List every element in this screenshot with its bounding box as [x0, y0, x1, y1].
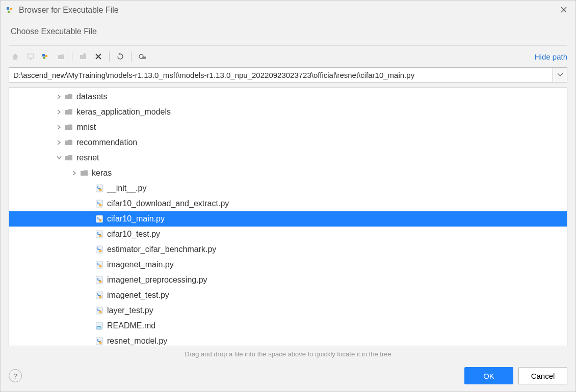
show-hidden-icon[interactable] — [136, 50, 149, 63]
tree-item-label: imagenet_preprocessing.py — [107, 275, 207, 285]
tree-item-label: keras_application_models — [76, 107, 171, 117]
tree-row[interactable]: cifar10_test.py — [9, 227, 567, 242]
py-icon — [94, 306, 105, 315]
folder-icon — [63, 138, 74, 147]
py-icon — [94, 199, 105, 208]
close-icon[interactable] — [557, 4, 570, 17]
module-icon[interactable] — [55, 50, 68, 63]
svg-point-21 — [99, 265, 102, 268]
svg-rect-5 — [42, 54, 45, 57]
tree-row[interactable]: datasets — [9, 89, 567, 104]
toolbar: Hide path — [1, 46, 575, 67]
chevron-right-icon[interactable] — [70, 171, 78, 176]
tree-item-label: mnist — [76, 123, 96, 132]
ok-button[interactable]: OK — [464, 367, 513, 384]
svg-point-13 — [99, 204, 102, 207]
md-icon: MD — [94, 321, 105, 330]
py-icon — [94, 260, 105, 269]
svg-point-19 — [99, 250, 102, 253]
tree-item-label: layer_test.py — [107, 306, 153, 315]
tree-row[interactable]: cifar10_download_and_extract.py — [9, 196, 567, 211]
chevron-right-icon[interactable] — [55, 94, 63, 99]
svg-rect-4 — [30, 59, 32, 60]
tree-item-label: estimator_cifar_benchmark.py — [107, 245, 216, 254]
folder-icon — [63, 153, 74, 162]
separator — [72, 51, 72, 62]
tree-item-label: imagenet_main.py — [107, 260, 174, 269]
tree-item-label: keras — [92, 169, 112, 178]
tree-row[interactable]: estimator_cifar_benchmark.py — [9, 242, 567, 257]
chevron-right-icon[interactable] — [55, 140, 63, 145]
cancel-button[interactable]: Cancel — [518, 367, 567, 384]
py-icon — [94, 184, 105, 193]
tree-item-label: cifar10_download_and_extract.py — [107, 199, 229, 208]
tree-row[interactable]: resnet — [9, 150, 567, 165]
py-icon — [94, 291, 105, 300]
folder-icon — [63, 107, 74, 117]
chevron-right-icon[interactable] — [55, 125, 63, 130]
tree-item-label: README.md — [107, 321, 155, 330]
tree-item-label: recommendation — [76, 138, 137, 147]
tree-row[interactable]: MDREADME.md — [9, 318, 567, 333]
tree-item-label: resnet_model.py — [107, 337, 167, 346]
path-dropdown[interactable] — [553, 67, 567, 82]
tree-item-label: imagenet_test.py — [107, 291, 169, 300]
project-icon[interactable] — [39, 50, 53, 63]
py-icon — [94, 214, 105, 223]
svg-point-15 — [99, 219, 102, 222]
help-icon[interactable]: ? — [9, 369, 22, 382]
svg-point-23 — [99, 281, 102, 283]
svg-rect-1 — [10, 8, 12, 10]
py-icon — [94, 245, 105, 254]
tree-item-label: resnet — [76, 153, 99, 162]
tree-row[interactable]: keras — [9, 165, 567, 181]
svg-rect-7 — [43, 57, 45, 59]
svg-rect-0 — [7, 7, 9, 10]
svg-rect-2 — [8, 11, 10, 13]
home-icon[interactable] — [9, 50, 22, 63]
drag-hint: Drag and drop a file into the space abov… — [1, 348, 575, 362]
new-folder-icon[interactable] — [76, 50, 90, 63]
refresh-icon[interactable] — [114, 50, 127, 63]
tree-row[interactable]: mnist — [9, 120, 567, 135]
path-row — [1, 67, 575, 86]
svg-text:MD: MD — [97, 326, 101, 329]
titlebar: Browser for Executable File — [1, 1, 575, 20]
app-icon — [6, 6, 15, 15]
delete-icon[interactable] — [92, 50, 105, 63]
tree-row[interactable]: recommendation — [9, 135, 567, 150]
tree-row[interactable]: imagenet_preprocessing.py — [9, 272, 567, 288]
footer: ? OK Cancel — [1, 362, 575, 391]
folder-icon — [63, 123, 74, 132]
desktop-icon[interactable] — [24, 50, 37, 63]
tree-item-label: datasets — [76, 92, 107, 101]
tree-row[interactable]: resnet_model.py — [9, 333, 567, 346]
chevron-right-icon[interactable] — [55, 109, 63, 115]
svg-rect-6 — [45, 55, 47, 57]
svg-point-17 — [99, 235, 102, 237]
py-icon — [94, 337, 105, 346]
chevron-down-icon[interactable] — [55, 156, 63, 160]
tree-row[interactable]: imagenet_main.py — [9, 257, 567, 272]
dialog-title: Browser for Executable File — [19, 6, 557, 15]
file-browser-dialog: Browser for Executable File Choose Execu… — [0, 0, 576, 392]
tree-item-label: __init__.py — [107, 184, 146, 193]
tree-row[interactable]: cifar10_main.py — [9, 211, 567, 227]
file-tree[interactable]: datasetskeras_application_modelsmnistrec… — [9, 88, 567, 346]
folder-icon — [78, 169, 90, 178]
tree-row[interactable]: __init__.py — [9, 181, 567, 196]
separator — [109, 51, 110, 62]
tree-row[interactable]: layer_test.py — [9, 303, 567, 318]
svg-rect-9 — [142, 57, 146, 59]
svg-rect-3 — [28, 54, 34, 58]
py-icon — [94, 230, 105, 239]
path-input[interactable] — [9, 67, 553, 82]
tree-row[interactable]: keras_application_models — [9, 104, 567, 120]
hide-path-link[interactable]: Hide path — [535, 52, 567, 61]
tree-row[interactable]: imagenet_test.py — [9, 288, 567, 303]
svg-point-25 — [99, 296, 102, 298]
svg-point-27 — [99, 311, 102, 314]
subtitle: Choose Executable File — [1, 20, 575, 45]
tree-item-label: cifar10_main.py — [107, 214, 165, 223]
svg-point-11 — [99, 189, 102, 191]
